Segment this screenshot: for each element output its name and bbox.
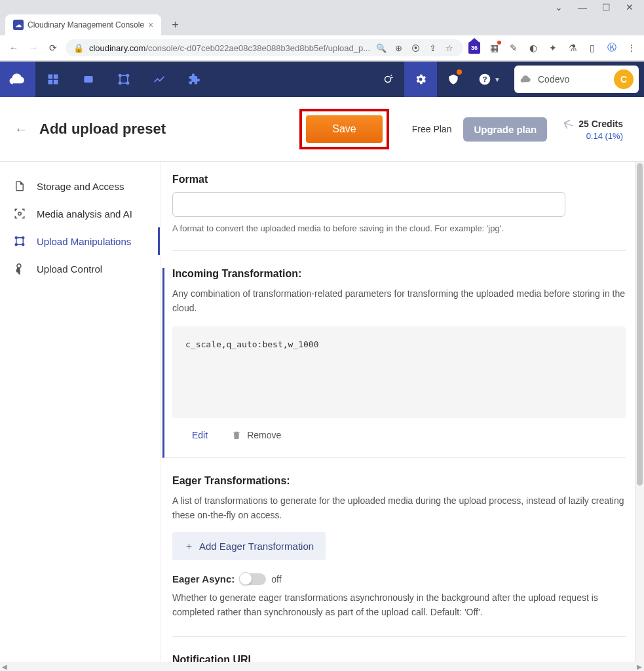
sidebar-item-upload-manipulations[interactable]: Upload Manipulations bbox=[0, 227, 160, 255]
url-text: cloudinary.com/console/c-d07ceb022ae08c3… bbox=[89, 43, 370, 53]
incoming-section: Incoming Transformation: Any combination… bbox=[162, 268, 626, 458]
close-window-icon[interactable]: ✕ bbox=[624, 2, 635, 12]
forward-icon[interactable]: → bbox=[26, 40, 41, 56]
extensions-icon[interactable]: ✦ bbox=[547, 42, 559, 54]
plan-label: Free Plan bbox=[400, 124, 464, 134]
panel-icon[interactable]: ▯ bbox=[586, 42, 598, 54]
svg-point-9 bbox=[126, 82, 128, 84]
eager-async-toggle[interactable] bbox=[240, 573, 266, 585]
nav-reports[interactable] bbox=[142, 62, 177, 97]
remove-link[interactable]: Remove bbox=[231, 430, 281, 440]
account-name: Codevo bbox=[538, 74, 609, 85]
save-highlight: Save bbox=[299, 109, 388, 149]
profile-icon[interactable]: Ⓚ bbox=[606, 42, 618, 54]
browser-chrome: ⌄ — ☐ ✕ ☁ Cloudinary Management Console … bbox=[0, 0, 644, 62]
chevron-down-icon[interactable]: ⌄ bbox=[554, 2, 564, 12]
settings-sidebar: Storage and Access Media analysis and AI… bbox=[0, 162, 160, 671]
nav-dashboard[interactable] bbox=[35, 62, 71, 97]
format-section: Format A format to convert the uploaded … bbox=[172, 174, 626, 251]
bookmark-icon[interactable]: ☆ bbox=[444, 42, 455, 54]
nav-transform[interactable] bbox=[106, 62, 142, 97]
eager-section: Eager Transformations: A list of transfo… bbox=[172, 475, 626, 638]
sidebar-item-label: Storage and Access bbox=[37, 181, 124, 192]
extension-circle-icon[interactable]: ◐ bbox=[527, 42, 539, 54]
file-icon bbox=[13, 180, 26, 192]
favicon: ☁ bbox=[13, 20, 24, 30]
sidebar-item-upload-control[interactable]: Upload Control bbox=[0, 255, 160, 282]
translate-icon[interactable]: ⦿ bbox=[409, 42, 421, 54]
back-arrow-icon[interactable]: ← bbox=[14, 122, 28, 137]
save-button[interactable]: Save bbox=[306, 115, 382, 143]
account-switcher[interactable]: Codevo C bbox=[514, 66, 639, 93]
extension-36-icon[interactable]: 36 bbox=[468, 42, 480, 54]
browser-tabs: ☁ Cloudinary Management Console × + bbox=[0, 14, 644, 35]
credits-percent: 0.14 (1%) bbox=[563, 131, 623, 141]
svg-point-10 bbox=[385, 77, 391, 83]
incoming-desc: Any combination of transformation-relate… bbox=[172, 286, 626, 316]
eager-async-desc: Whether to generate eager transformation… bbox=[172, 590, 626, 620]
kebab-menu-icon[interactable]: ⋮ bbox=[626, 42, 637, 54]
svg-rect-1 bbox=[54, 75, 58, 79]
sidebar-item-label: Upload Control bbox=[37, 263, 102, 275]
eager-desc: A list of transformations to generate fo… bbox=[172, 493, 626, 523]
maximize-icon[interactable]: ☐ bbox=[601, 2, 611, 12]
browser-tab[interactable]: ☁ Cloudinary Management Console × bbox=[5, 14, 161, 35]
format-helper: A format to convert the uploaded media t… bbox=[172, 223, 626, 233]
format-input[interactable] bbox=[172, 192, 565, 217]
eager-async-state: off bbox=[271, 574, 281, 585]
svg-point-17 bbox=[15, 237, 17, 239]
page-header: ← Add upload preset Save Free Plan Upgra… bbox=[0, 97, 644, 162]
nav-addons[interactable] bbox=[177, 62, 212, 97]
svg-point-8 bbox=[119, 82, 121, 84]
nav-media[interactable] bbox=[71, 62, 106, 97]
search-in-page-icon[interactable]: 🔍 bbox=[375, 42, 387, 54]
nav-inbox[interactable] bbox=[437, 62, 470, 97]
plus-icon: ＋ bbox=[184, 540, 194, 552]
sidebar-item-storage[interactable]: Storage and Access bbox=[0, 172, 160, 200]
svg-point-15 bbox=[18, 212, 22, 216]
credits-icon bbox=[563, 118, 575, 130]
minimize-icon[interactable]: — bbox=[577, 2, 588, 12]
zoom-icon[interactable]: ⊕ bbox=[392, 42, 404, 54]
main-content: Format A format to convert the uploaded … bbox=[160, 162, 644, 671]
svg-line-11 bbox=[391, 75, 392, 76]
key-icon bbox=[13, 263, 26, 275]
remove-label: Remove bbox=[247, 430, 281, 440]
nav-tips[interactable] bbox=[371, 62, 404, 97]
horizontal-scrollbar[interactable]: ◀▶ bbox=[0, 662, 644, 671]
extension-grid-icon[interactable]: ▦ bbox=[488, 42, 500, 54]
incoming-code: c_scale,q_auto:best,w_1000 bbox=[172, 326, 626, 418]
nav-settings[interactable] bbox=[404, 62, 437, 97]
svg-rect-3 bbox=[54, 80, 58, 85]
sidebar-item-media-ai[interactable]: Media analysis and AI bbox=[0, 200, 160, 227]
sidebar-item-label: Upload Manipulations bbox=[37, 236, 131, 247]
flask-icon[interactable]: ⚗ bbox=[567, 42, 578, 54]
upgrade-button[interactable]: Upgrade plan bbox=[463, 117, 547, 142]
incoming-actions: Edit Remove bbox=[172, 430, 626, 440]
scan-icon bbox=[13, 208, 26, 220]
format-title: Format bbox=[172, 174, 626, 185]
new-tab-button[interactable]: + bbox=[166, 16, 184, 35]
vertical-scrollbar[interactable] bbox=[635, 162, 644, 671]
address-bar[interactable]: 🔒 cloudinary.com/console/c-d07ceb022ae08… bbox=[66, 39, 463, 56]
back-icon[interactable]: ← bbox=[7, 40, 21, 56]
svg-point-6 bbox=[119, 75, 121, 77]
svg-rect-2 bbox=[48, 80, 53, 85]
extension-icons: 36 ▦ ✎ ◐ ✦ ⚗ ▯ Ⓚ ⋮ bbox=[468, 42, 637, 54]
sidebar-item-label: Media analysis and AI bbox=[37, 208, 132, 220]
add-eager-label: Add Eager Transformation bbox=[199, 541, 314, 552]
nav-help[interactable]: ?▼ bbox=[470, 62, 509, 97]
svg-point-20 bbox=[22, 244, 24, 246]
add-eager-button[interactable]: ＋ Add Eager Transformation bbox=[172, 532, 326, 560]
app-logo[interactable] bbox=[0, 62, 35, 97]
svg-rect-0 bbox=[48, 75, 53, 79]
close-icon[interactable]: × bbox=[148, 20, 153, 30]
credits-display[interactable]: 25 Credits 0.14 (1%) bbox=[563, 118, 630, 141]
edit-link[interactable]: Edit bbox=[192, 430, 208, 440]
lock-icon: 🔒 bbox=[73, 43, 84, 53]
reload-icon[interactable]: ⟳ bbox=[46, 40, 60, 56]
eyedropper-icon[interactable]: ✎ bbox=[508, 42, 520, 54]
trash-icon bbox=[231, 430, 242, 440]
nav-right: ?▼ Codevo C bbox=[371, 62, 644, 97]
share-icon[interactable]: ⇪ bbox=[426, 42, 438, 54]
